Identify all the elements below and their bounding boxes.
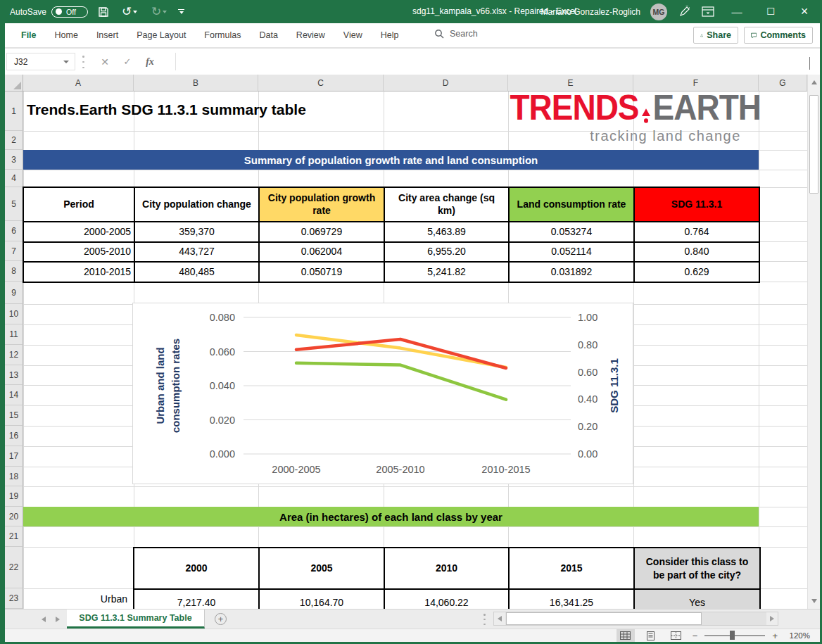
table1-cell[interactable]: 0.764 [635,222,760,243]
ribbon-tab-help[interactable]: Help [372,23,408,47]
sheet-main-title[interactable]: Trends.Earth SDG 11.3.1 summary table [27,101,306,118]
row-header-15[interactable]: 15 [5,405,23,426]
scroll-left-icon[interactable] [494,612,505,625]
table2-cell[interactable]: 10,164.70 [260,590,385,609]
ribbon-tab-page-layout[interactable]: Page Layout [127,23,195,47]
row-header-22[interactable]: 22 [5,547,23,588]
row-header-12[interactable]: 12 [5,345,23,365]
comments-button[interactable]: Comments [744,27,813,44]
row-header-20[interactable]: 20 [5,507,23,526]
column-header-A[interactable]: A [23,75,134,91]
ribbon-tab-review[interactable]: Review [287,23,334,47]
table2-header-2005[interactable]: 2005 [260,548,385,590]
ribbon-tab-insert[interactable]: Insert [87,23,127,47]
vertical-scrollbar-thumb[interactable] [809,95,818,194]
prev-sheet-icon[interactable] [42,617,46,622]
vertical-scrollbar[interactable] [807,75,820,609]
enter-entry-icon[interactable]: ✓ [118,53,137,70]
table2-header-consider[interactable]: Consider this class to be part of the ci… [635,548,761,590]
ribbon-tab-data[interactable]: Data [250,23,286,47]
horizontal-scrollbar-thumb[interactable] [506,612,702,625]
formula-bar-expand-icon[interactable] [809,57,818,65]
name-box[interactable]: J32 [6,53,75,70]
cancel-entry-icon[interactable]: ✕ [95,53,115,70]
row-header-13[interactable]: 13 [5,365,23,385]
row-header-9[interactable]: 9 [5,282,23,304]
table2-cell[interactable]: 14,060.22 [385,590,510,609]
undo-caret-icon[interactable] [133,11,137,13]
user-avatar[interactable]: MG [650,4,667,20]
row-header-6[interactable]: 6 [5,221,23,241]
row-header-10[interactable]: 10 [5,304,23,324]
table1-header-area-change[interactable]: City area change (sq km) [385,188,510,222]
row-header-23[interactable]: 23 [5,588,23,609]
ribbon-display-options-icon[interactable] [701,5,715,19]
table1-header-period[interactable]: Period [24,188,135,222]
table1-cell[interactable]: 0.050719 [260,263,385,283]
table2-header-2010[interactable]: 2010 [385,548,510,590]
table1-cell[interactable]: 0.629 [635,263,760,283]
column-header-D[interactable]: D [384,75,508,91]
autosave-toggle[interactable]: AutoSave Off [10,6,88,18]
insert-function-icon[interactable]: fx [140,53,160,70]
share-button[interactable]: Share [693,27,738,44]
row-header-14[interactable]: 14 [5,385,23,405]
customize-toolbar-icon[interactable] [178,9,184,15]
ribbon-search[interactable]: Search [434,29,478,39]
table1-header-pop-change[interactable]: City population change [135,188,260,222]
table1-header-land-consumption[interactable]: Land consumption rate [510,188,635,222]
table1-cell[interactable]: 0.840 [635,243,760,263]
column-header-G[interactable]: G [759,75,807,91]
section1-banner[interactable]: Summary of population growth rate and la… [23,150,759,170]
scroll-down-icon[interactable] [808,593,820,609]
zoom-level[interactable]: 120% [790,631,810,640]
name-box-caret-icon[interactable] [63,61,69,63]
column-header-C[interactable]: C [258,75,384,91]
close-button[interactable]: × [792,0,816,23]
inking-icon[interactable] [677,5,691,19]
table1-cell[interactable]: 0.031892 [510,263,635,283]
zoom-slider-thumb[interactable] [730,631,735,640]
page-break-view-icon[interactable] [667,629,685,642]
table1-cell[interactable]: 0.053274 [510,222,635,243]
select-all-corner[interactable] [5,75,23,91]
table1-header-sdg[interactable]: SDG 11.3.1 [635,188,760,222]
section2-banner[interactable]: Area (in hectares) of each land class by… [23,507,759,526]
table1-cell[interactable]: 0.062004 [260,243,385,263]
row-header-17[interactable]: 17 [5,446,23,467]
zoom-slider[interactable] [704,635,765,636]
new-sheet-icon[interactable]: + [215,613,227,625]
undo-button[interactable]: ↺ [119,5,140,19]
table2-header-2000[interactable]: 2000 [134,548,260,590]
page-layout-view-icon[interactable] [642,629,660,642]
ribbon-tab-home[interactable]: Home [46,23,87,47]
table2-header-2015[interactable]: 2015 [510,548,635,590]
table1-cell[interactable]: 5,241.82 [385,263,510,283]
horizontal-scrollbar[interactable] [493,612,778,626]
row-header-11[interactable]: 11 [5,324,23,345]
row-header-7[interactable]: 7 [5,241,23,261]
tabbar-divider[interactable] [483,614,486,625]
normal-view-icon[interactable] [616,629,635,642]
zoom-in-icon[interactable]: + [772,631,778,640]
scroll-right-icon[interactable] [766,612,778,625]
table1-cell[interactable]: 2010-2015 [24,263,135,283]
row-header-2[interactable]: 2 [5,131,23,150]
row-header-21[interactable]: 21 [5,526,23,547]
column-header-B[interactable]: B [134,75,258,91]
zoom-out-icon[interactable]: − [693,631,698,640]
save-icon[interactable] [96,5,110,19]
row-header-1[interactable]: 1 [5,91,23,131]
table1-cell[interactable]: 0.052114 [510,243,635,263]
ribbon-tab-file[interactable]: File [12,23,46,47]
table2-row-label[interactable]: Urban [23,588,131,609]
scroll-up-icon[interactable] [808,75,820,90]
autosave-switch[interactable]: Off [51,6,88,18]
row-header-4[interactable]: 4 [5,170,23,187]
table2-cell[interactable]: 16,341.25 [510,590,635,609]
table2-cell[interactable]: 7,217.40 [134,590,260,609]
table1-cell[interactable]: 6,955.20 [385,243,510,263]
next-sheet-icon[interactable] [56,617,60,622]
minimize-button[interactable]: — [725,0,749,23]
formula-input[interactable] [175,53,805,70]
